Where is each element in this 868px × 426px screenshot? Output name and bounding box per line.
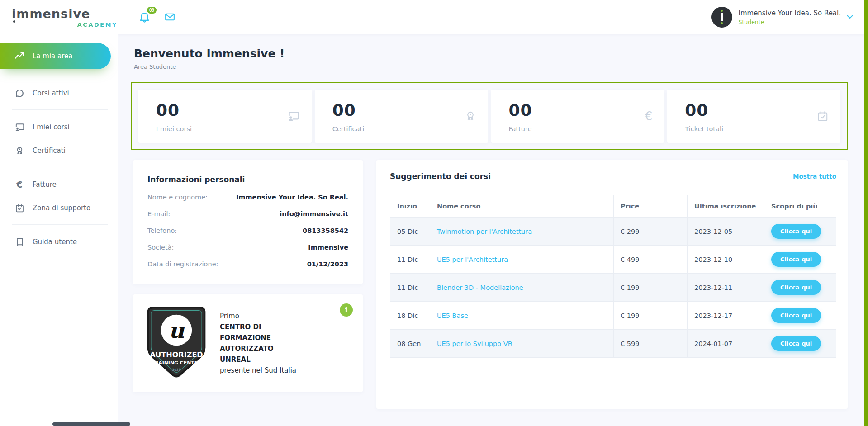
avatar-dot-top <box>721 10 723 12</box>
show-all-link[interactable]: Mostra tutto <box>793 173 836 180</box>
cell-price: € 599 <box>614 330 688 358</box>
horizontal-scrollbar[interactable] <box>52 422 130 426</box>
course-link[interactable]: Twinmotion per l'Architettura <box>437 228 532 235</box>
course-link[interactable]: Blender 3D - Modellazione <box>437 284 523 291</box>
unreal-outro: presente nel Sud Italia <box>220 365 296 376</box>
notification-count-badge: 09 <box>147 7 157 14</box>
clicca-qui-button[interactable]: Clicca qui <box>771 308 821 323</box>
sidebar: immensive ACADEMY La mia area Corsi atti… <box>0 0 118 426</box>
info-row-societa: Società: Immensive <box>147 244 348 251</box>
course-link[interactable]: UE5 per lo Sviluppo VR <box>437 340 512 347</box>
stat-value: 00 <box>685 101 827 119</box>
column-header-ultima-iscrizione: Ultima iscrizione <box>688 195 764 218</box>
avatar-dot-bottom <box>721 22 723 24</box>
sidebar-item-label: Zona di supporto <box>33 204 90 212</box>
sidebar-nav: La mia area Corsi attivi I miei corsi <box>0 34 118 252</box>
page-header: Benvenuto Immensive ! Area Studente <box>118 34 864 70</box>
svg-text:TRAINING CENTER: TRAINING CENTER <box>152 360 202 366</box>
left-column: Informazioni personali Nome e cognome: I… <box>133 160 363 392</box>
info-row-telefono: Telefono: 0813358542 <box>147 227 348 234</box>
calendar-check-icon <box>817 110 829 122</box>
line-chart-icon <box>14 51 25 61</box>
brand-academy-label: ACADEMY <box>12 21 118 28</box>
stat-value: 00 <box>332 101 474 119</box>
info-label: Società: <box>147 244 174 251</box>
unreal-authorized-training-center-badge: u AUTHORIZED TRAINING CENTER 2023 <box>145 305 208 379</box>
user-menu[interactable]: Immensive Your Idea. So Real. Studente <box>711 7 853 28</box>
info-value: 0813358542 <box>303 227 348 234</box>
table-row: 11 Dic Blender 3D - Modellazione € 199 2… <box>390 274 836 302</box>
clicca-qui-button[interactable]: Clicca qui <box>771 224 821 239</box>
unreal-bold-line: CENTRO DI <box>220 322 296 332</box>
info-label: Data di registrazione: <box>147 260 218 268</box>
stat-value: 00 <box>156 101 298 119</box>
course-link[interactable]: UE5 per l'Architettura <box>437 256 508 263</box>
topbar-actions: 09 <box>138 11 175 23</box>
info-value: 01/12/2023 <box>307 260 348 268</box>
info-row-email: E-mail: info@immensive.it <box>147 210 348 218</box>
cell-price: € 199 <box>614 302 688 330</box>
notifications-button[interactable]: 09 <box>138 11 151 23</box>
cell-last-enroll: 2023-12-11 <box>688 274 764 302</box>
cell-price: € 299 <box>614 218 688 246</box>
info-label: Telefono: <box>147 227 177 234</box>
stat-card-corsi[interactable]: 00 I miei corsi <box>138 90 312 143</box>
sidebar-item-label: Fatture <box>33 180 57 189</box>
unreal-bold-line: UNREAL <box>220 354 296 365</box>
svg-text:u: u <box>169 317 185 343</box>
sidebar-item-la-mia-area[interactable]: La mia area <box>0 43 111 69</box>
sidebar-item-fatture[interactable]: € Fatture <box>0 175 118 194</box>
personal-info-card: Informazioni personali Nome e cognome: I… <box>133 160 363 284</box>
cell-start: 11 Dic <box>390 274 430 302</box>
medal-icon <box>465 110 476 122</box>
avatar-stem <box>721 13 723 21</box>
cell-last-enroll: 2023-12-05 <box>688 218 764 246</box>
stat-label: Certificati <box>332 125 474 133</box>
info-label: E-mail: <box>147 210 170 218</box>
divider <box>12 76 108 76</box>
chat-bubble-icon <box>14 89 25 98</box>
divider <box>12 167 108 167</box>
clicca-qui-button[interactable]: Clicca qui <box>771 336 821 351</box>
stats-row: 00 I miei corsi 00 Certificati 00 <box>131 82 848 150</box>
clicca-qui-button[interactable]: Clicca qui <box>771 252 821 267</box>
cell-price: € 499 <box>614 246 688 274</box>
unreal-bold-line: FORMAZIONE <box>220 332 296 343</box>
right-column: Suggerimento dei corsi Mostra tutto Iniz… <box>376 160 848 409</box>
stat-card-ticket[interactable]: 00 Ticket totali <box>667 90 840 143</box>
avatar <box>711 7 732 28</box>
sidebar-item-zona-di-supporto[interactable]: Zona di supporto <box>0 198 118 218</box>
cell-price: € 199 <box>614 274 688 302</box>
sidebar-item-certificati[interactable]: Certificati <box>0 141 118 161</box>
table-row: 11 Dic UE5 per l'Architettura € 499 2023… <box>390 246 836 274</box>
info-icon[interactable]: i <box>340 303 353 317</box>
envelope-icon <box>164 11 175 23</box>
user-name: Immensive Your Idea. So Real. <box>738 9 841 17</box>
cell-last-enroll: 2024-01-07 <box>688 330 764 358</box>
table-row: 08 Gen UE5 per lo Sviluppo VR € 599 2024… <box>390 330 836 358</box>
vertical-scrollbar[interactable] <box>864 0 868 426</box>
info-label: Nome e cognome: <box>147 194 208 201</box>
brand-name: immensive <box>12 7 90 21</box>
courses-table: Inizio Nome corso Price Ultima iscrizion… <box>390 195 836 358</box>
courses-title: Suggerimento dei corsi <box>390 172 491 181</box>
book-icon <box>14 237 25 247</box>
page-subtitle: Area Studente <box>134 63 864 70</box>
user-role: Studente <box>738 19 841 25</box>
personal-info-title: Informazioni personali <box>147 175 348 184</box>
stat-card-certificati[interactable]: 00 Certificati <box>315 90 488 143</box>
stat-card-fatture[interactable]: 00 Fatture € <box>491 90 664 143</box>
cell-start: 11 Dic <box>390 246 430 274</box>
clicca-qui-button[interactable]: Clicca qui <box>771 280 821 295</box>
cell-last-enroll: 2023-12-17 <box>688 302 764 330</box>
sidebar-item-i-miei-corsi[interactable]: I miei corsi <box>0 117 118 137</box>
course-link[interactable]: UE5 Base <box>437 312 468 319</box>
stat-label: Ticket totali <box>685 125 827 133</box>
messages-button[interactable] <box>164 11 175 23</box>
page-title: Benvenuto Immensive ! <box>134 47 864 60</box>
sidebar-item-label: Guida utente <box>33 238 77 246</box>
sidebar-item-corsi-attivi[interactable]: Corsi attivi <box>0 83 118 103</box>
stat-value: 00 <box>509 101 651 119</box>
screen-user-icon <box>14 122 25 133</box>
sidebar-item-guida-utente[interactable]: Guida utente <box>0 232 118 252</box>
